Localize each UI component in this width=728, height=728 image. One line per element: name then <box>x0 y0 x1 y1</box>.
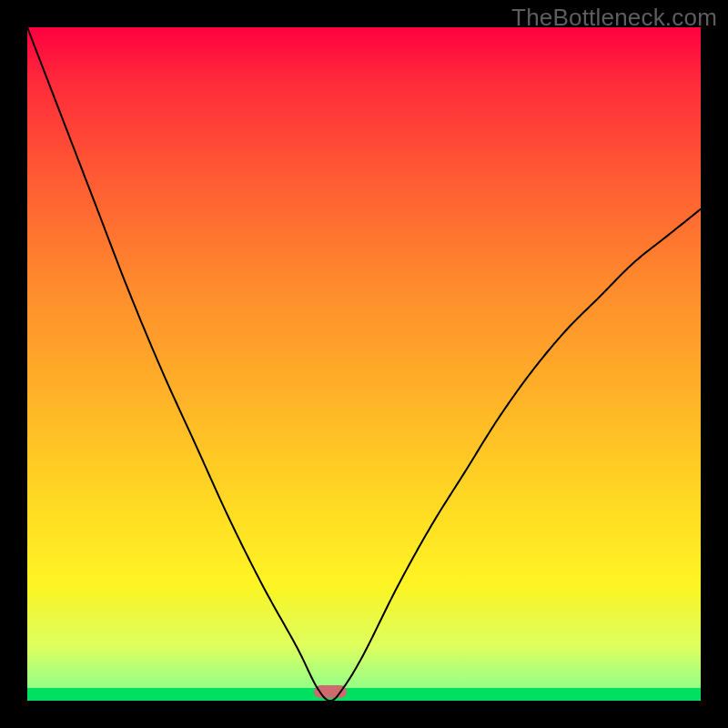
chart-frame: TheBottleneck.com <box>0 0 728 728</box>
bottleneck-curve <box>27 27 701 701</box>
plot-area <box>27 27 701 701</box>
watermark-text: TheBottleneck.com <box>511 4 717 32</box>
